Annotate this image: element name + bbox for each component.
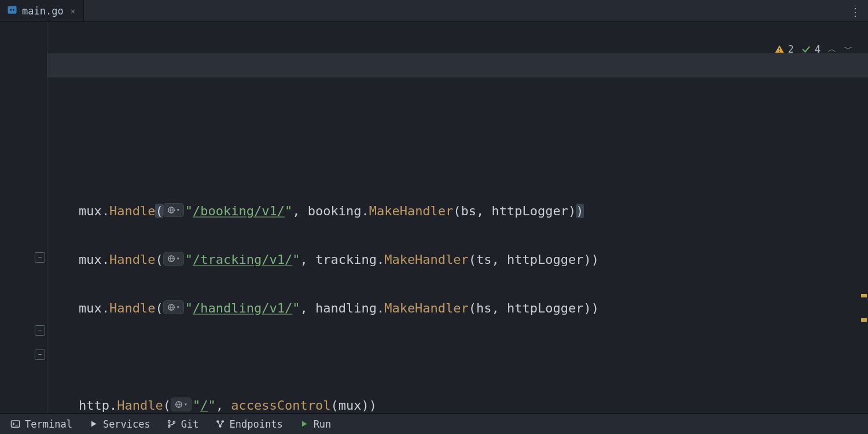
- fold-handle[interactable]: [35, 325, 45, 336]
- warning-icon: [774, 44, 785, 54]
- code-editor[interactable]: 💡 2 4 ︿ ﹀ mux.Handle(▾"/booking/v1/", bo…: [0, 22, 868, 413]
- inspection-widget[interactable]: 2 4 ︿ ﹀: [774, 37, 854, 61]
- tool-git[interactable]: Git: [167, 418, 199, 430]
- tool-label: Services: [103, 418, 150, 430]
- svg-rect-3: [779, 48, 780, 50]
- checkmark-icon: [801, 44, 811, 54]
- tool-label: Run: [314, 418, 332, 430]
- current-line-highlight: [47, 53, 868, 78]
- fold-handle[interactable]: [35, 252, 45, 263]
- tab-overflow-menu[interactable]: ⋮: [848, 5, 862, 19]
- play-icon: [89, 419, 98, 429]
- fold-handle[interactable]: [35, 350, 45, 360]
- git-branch-icon: [167, 419, 176, 429]
- svg-point-11: [168, 420, 170, 422]
- url-gutter-icon[interactable]: ▾: [163, 300, 184, 314]
- tool-run[interactable]: Run: [299, 418, 332, 430]
- file-tab-main-go[interactable]: main.go ✕: [0, 0, 84, 21]
- next-highlight-button[interactable]: ﹀: [844, 37, 853, 61]
- svg-point-2: [13, 9, 14, 10]
- pass-count: 4: [815, 37, 821, 61]
- go-file-icon: [7, 5, 17, 17]
- tool-services[interactable]: Services: [89, 418, 150, 430]
- svg-rect-10: [11, 421, 19, 427]
- svg-point-1: [10, 9, 12, 10]
- svg-rect-0: [8, 6, 17, 14]
- close-icon[interactable]: ✕: [71, 6, 75, 16]
- editor-tabbar: main.go ✕ ⋮: [0, 0, 868, 22]
- editor-gutter: 💡: [0, 22, 47, 413]
- code-area[interactable]: 2 4 ︿ ﹀ mux.Handle(▾"/booking/v1/", book…: [47, 22, 868, 413]
- url-gutter-icon[interactable]: ▾: [163, 252, 184, 266]
- run-icon: [299, 419, 309, 429]
- pass-badge[interactable]: 4: [801, 37, 821, 61]
- tool-terminal[interactable]: Terminal: [10, 418, 72, 430]
- url-gutter-icon[interactable]: ▾: [163, 203, 184, 217]
- tool-label: Endpoints: [230, 418, 283, 430]
- prev-highlight-button[interactable]: ︿: [827, 37, 837, 61]
- endpoints-icon: [215, 419, 225, 429]
- svg-rect-4: [779, 51, 780, 52]
- url-gutter-icon[interactable]: ▾: [171, 398, 192, 411]
- tool-endpoints[interactable]: Endpoints: [215, 418, 283, 430]
- svg-point-13: [173, 421, 175, 424]
- terminal-icon: [10, 419, 20, 429]
- tool-window-bar: Terminal Services Git Endpoints Run: [0, 413, 868, 434]
- warning-badge[interactable]: 2: [774, 37, 794, 61]
- file-tab-label: main.go: [22, 5, 64, 17]
- tool-label: Git: [181, 418, 199, 430]
- warning-count: 2: [788, 37, 794, 61]
- tool-label: Terminal: [25, 418, 72, 430]
